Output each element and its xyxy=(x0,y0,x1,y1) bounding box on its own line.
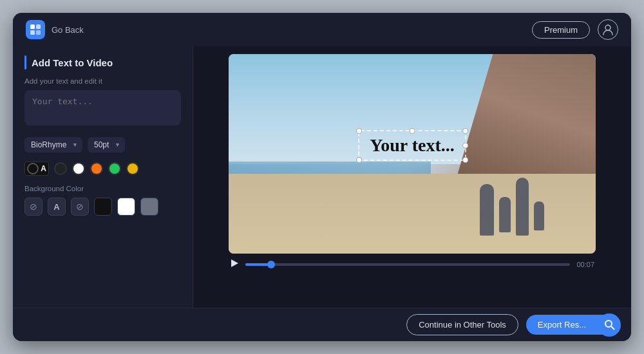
progress-track[interactable] xyxy=(245,263,570,266)
sidebar-title-bar: Add Text to Video xyxy=(24,55,181,70)
svg-line-7 xyxy=(611,326,614,330)
text-input-label: Add your text and edit it xyxy=(24,77,181,85)
bg-transparent-swatch[interactable]: ⊘ xyxy=(24,198,43,216)
color-yellow[interactable] xyxy=(126,162,139,175)
text-input[interactable] xyxy=(24,90,181,126)
svg-rect-3 xyxy=(36,30,41,35)
text-color-toggle[interactable]: A xyxy=(24,162,49,176)
search-icon-button[interactable] xyxy=(598,313,621,337)
svg-rect-0 xyxy=(30,24,35,29)
time-display: 00:07 xyxy=(576,261,594,268)
person-3 xyxy=(516,178,529,236)
video-text-overlay[interactable]: Your text... xyxy=(358,130,466,161)
text-a-label: A xyxy=(41,164,46,173)
header: Go Back Premium xyxy=(13,13,631,46)
color-white[interactable] xyxy=(72,162,85,175)
video-overlay-text: Your text... xyxy=(370,135,455,155)
person-2 xyxy=(499,197,511,232)
svg-point-4 xyxy=(605,25,611,30)
bottom-bar: Continue in Other Tools Export Res... xyxy=(13,308,631,341)
color-black[interactable] xyxy=(54,162,67,175)
font-size-dropdown-wrapper[interactable]: 50pt 36pt 24pt ▼ xyxy=(88,137,125,153)
bg-color-row: ⊘ A ⊘ xyxy=(24,198,181,216)
bg-black-swatch[interactable] xyxy=(94,198,112,216)
svg-marker-5 xyxy=(231,259,238,267)
svg-rect-1 xyxy=(36,24,41,29)
handle-tc[interactable] xyxy=(410,128,415,134)
font-controls: BioRhyme Arial Georgia ▼ 50pt 36pt 24pt … xyxy=(24,137,181,153)
handle-tr[interactable] xyxy=(462,128,468,134)
header-right: Premium xyxy=(532,19,618,40)
color-green[interactable] xyxy=(108,162,121,175)
people-group xyxy=(480,178,544,236)
color-row: A xyxy=(24,162,181,176)
go-back-link[interactable]: Go Back xyxy=(52,25,84,35)
bg-slash-swatch[interactable]: ⊘ xyxy=(71,198,89,216)
sidebar-title: Add Text to Video xyxy=(32,57,113,68)
progress-thumb xyxy=(267,261,275,268)
person-4 xyxy=(534,201,544,230)
handle-bl[interactable] xyxy=(356,157,362,163)
svg-rect-2 xyxy=(30,30,35,35)
handle-mr[interactable] xyxy=(462,142,468,148)
person-1 xyxy=(480,184,494,236)
app-window: Go Back Premium Add Text to Video Add yo… xyxy=(13,13,631,341)
continue-button[interactable]: Continue in Other Tools xyxy=(406,314,518,335)
header-left: Go Back xyxy=(26,20,84,39)
video-controls: 00:07 xyxy=(229,259,596,270)
bg-slash-icon: ⊘ xyxy=(76,201,84,212)
font-size-select[interactable]: 50pt 36pt 24pt xyxy=(88,137,125,153)
bg-gray-swatch[interactable] xyxy=(140,198,158,216)
play-button[interactable] xyxy=(230,259,239,270)
video-area: Your text... 00:07 xyxy=(193,46,631,308)
bg-a-swatch[interactable]: A xyxy=(48,198,66,216)
color-orange[interactable] xyxy=(90,162,103,175)
main-content: Add Text to Video Add your text and edit… xyxy=(13,46,631,308)
title-accent xyxy=(24,55,26,70)
slash-icon: ⊘ xyxy=(30,201,37,212)
bg-white-swatch[interactable] xyxy=(117,198,135,216)
sidebar: Add Text to Video Add your text and edit… xyxy=(13,46,193,308)
bg-color-label: Background Color xyxy=(24,185,181,192)
app-logo-icon xyxy=(26,20,45,39)
video-frame: Your text... xyxy=(229,54,596,254)
bg-a-label: A xyxy=(53,202,59,212)
premium-button[interactable]: Premium xyxy=(532,21,590,39)
font-family-dropdown-wrapper[interactable]: BioRhyme Arial Georgia ▼ xyxy=(24,137,82,153)
handle-br[interactable] xyxy=(462,157,468,163)
avatar-icon[interactable] xyxy=(598,19,618,40)
progress-fill xyxy=(245,263,271,266)
handle-tl[interactable] xyxy=(356,128,362,134)
font-family-select[interactable]: BioRhyme Arial Georgia xyxy=(24,137,82,153)
